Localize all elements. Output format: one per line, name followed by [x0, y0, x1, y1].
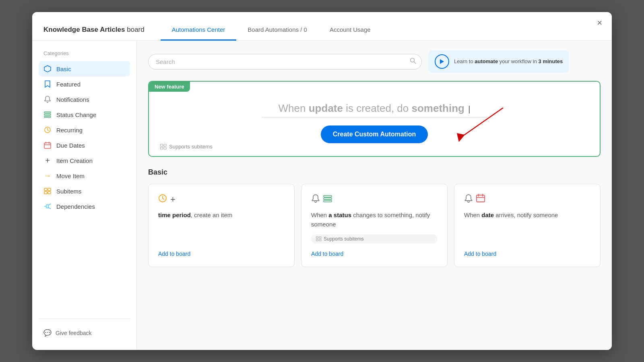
svg-rect-14: [46, 205, 48, 208]
supports-subitems-banner: Supports subitems: [160, 144, 213, 150]
featured-icon: [43, 80, 52, 88]
sidebar-item-recurring[interactable]: Recurring: [39, 122, 130, 138]
card-1-icons: +: [158, 194, 285, 205]
dependencies-icon: [43, 202, 52, 210]
automation-cards-grid: + time period, create an item Add to boa…: [148, 184, 601, 267]
due-dates-icon: [43, 141, 52, 149]
svg-line-20: [463, 108, 503, 136]
status-change-icon: [43, 111, 52, 119]
modal-body: Categories Basic Featured: [32, 41, 612, 350]
card-3-icons: [464, 194, 590, 205]
svg-rect-5: [44, 143, 51, 148]
svg-rect-29: [324, 200, 332, 202]
board-title: Knowledge Base Articles board: [43, 26, 144, 34]
sidebar-item-notifications[interactable]: Notifications: [39, 92, 130, 107]
card-1-add-button[interactable]: Add to board: [158, 251, 285, 257]
new-feature-badge: New feature: [149, 82, 190, 92]
video-promo[interactable]: Learn to automate your workflow in 3 min…: [428, 50, 569, 73]
svg-rect-27: [324, 195, 332, 197]
sidebar-item-label-notifications: Notifications: [56, 96, 89, 103]
svg-rect-12: [48, 191, 51, 194]
automation-card-2[interactable]: When a status changes to something, noti…: [301, 184, 448, 267]
sidebar-item-label-dependencies: Dependencies: [56, 203, 95, 210]
feedback-label: Give feedback: [56, 330, 92, 336]
svg-marker-19: [440, 59, 444, 64]
sidebar-item-dependencies[interactable]: Dependencies: [39, 199, 130, 214]
svg-rect-23: [164, 144, 166, 146]
svg-rect-33: [319, 239, 321, 241]
svg-rect-9: [44, 188, 47, 191]
sidebar-item-label-status-change: Status Change: [56, 111, 96, 118]
feedback-button[interactable]: 💬 Give feedback: [39, 325, 130, 340]
search-box: [148, 54, 422, 70]
search-input[interactable]: [148, 54, 422, 70]
sidebar-footer: 💬 Give feedback: [39, 319, 130, 340]
card-2-text: When a status changes to something, noti…: [311, 211, 438, 229]
feedback-icon: 💬: [43, 329, 52, 337]
search-row: Learn to automate your workflow in 3 min…: [148, 50, 601, 73]
sidebar-item-label-item-creation: Item Creation: [56, 157, 93, 164]
card-3-icon-bell: [464, 194, 473, 205]
card-1-icon-recurring: [158, 194, 167, 205]
basic-icon: [43, 65, 52, 73]
card-2-add-button[interactable]: Add to board: [311, 251, 438, 257]
move-item-icon: →: [43, 172, 52, 180]
categories-label: Categories: [39, 50, 130, 56]
create-custom-automation-button[interactable]: Create Custom Automation: [321, 125, 428, 143]
subitems-icon: [43, 187, 52, 195]
sidebar-item-subitems[interactable]: Subitems: [39, 183, 130, 199]
sidebar-item-label-basic: Basic: [56, 66, 71, 72]
card-2-icons: [311, 194, 438, 205]
main-content: Learn to automate your workflow in 3 min…: [137, 41, 612, 350]
sidebar-item-basic[interactable]: Basic: [39, 61, 130, 76]
automation-card-3[interactable]: When date arrives, notify someone Add to…: [454, 184, 601, 267]
tab-automations-center[interactable]: Automations Center: [161, 20, 237, 41]
svg-rect-22: [161, 144, 163, 146]
notifications-icon: [43, 95, 52, 103]
svg-line-15: [48, 204, 51, 205]
svg-rect-11: [44, 191, 47, 194]
sidebar-item-label-move-item: Move Item: [56, 173, 85, 179]
red-arrow: [439, 106, 519, 146]
tab-board-automations[interactable]: Board Automations / 0: [236, 20, 318, 41]
svg-rect-24: [161, 147, 163, 149]
card-3-add-button[interactable]: Add to board: [464, 251, 590, 257]
sidebar-item-move-item[interactable]: → Move Item: [39, 168, 130, 183]
svg-line-16: [48, 208, 51, 209]
card-3-icon-calendar: [476, 194, 485, 205]
svg-rect-28: [324, 198, 332, 200]
close-button[interactable]: ×: [597, 19, 602, 27]
card-3-text: When date arrives, notify someone: [464, 211, 590, 243]
card-2-subitems: Supports subitems: [311, 234, 438, 243]
sidebar-item-label-recurring: Recurring: [56, 127, 83, 134]
tab-account-usage[interactable]: Account Usage: [318, 20, 382, 41]
sidebar: Categories Basic Featured: [32, 41, 137, 350]
svg-rect-34: [477, 195, 485, 202]
svg-marker-0: [44, 66, 51, 72]
sidebar-item-label-due-dates: Due Dates: [56, 142, 85, 149]
modal-header: Knowledge Base Articles board Automation…: [32, 12, 612, 41]
sidebar-item-label-featured: Featured: [56, 81, 80, 88]
svg-rect-10: [48, 188, 51, 191]
automation-card-1[interactable]: + time period, create an item Add to boa…: [148, 184, 295, 267]
tab-bar: Automations Center Board Automations / 0…: [161, 19, 382, 40]
video-play-button[interactable]: [435, 54, 449, 69]
video-promo-text: Learn to automate your workflow in 3 min…: [454, 58, 563, 65]
svg-rect-25: [164, 147, 166, 149]
sidebar-item-status-change[interactable]: Status Change: [39, 107, 130, 122]
svg-rect-2: [44, 114, 51, 115]
basic-section-title: Basic: [148, 168, 601, 177]
card-2-icon-status: [323, 194, 332, 205]
sidebar-item-due-dates[interactable]: Due Dates: [39, 138, 130, 153]
card-1-text: time period, create an item: [158, 211, 285, 243]
svg-line-18: [414, 62, 416, 64]
sidebar-item-item-creation[interactable]: + Item Creation: [39, 153, 130, 168]
svg-rect-1: [44, 112, 51, 113]
svg-rect-3: [44, 116, 51, 117]
item-creation-icon: +: [43, 156, 52, 165]
sidebar-item-featured[interactable]: Featured: [39, 76, 130, 92]
sidebar-item-label-subitems: Subitems: [56, 188, 82, 195]
card-1-icon-plus: +: [170, 195, 175, 204]
search-icon: [410, 58, 416, 66]
card-2-icon-bell: [311, 194, 320, 205]
